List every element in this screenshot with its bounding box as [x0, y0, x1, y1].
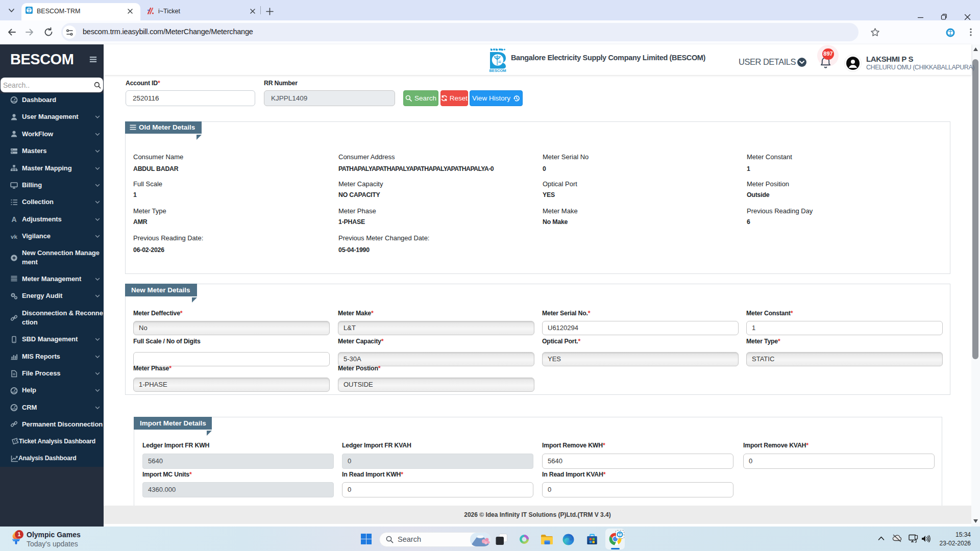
- svg-text:A: A: [11, 215, 16, 223]
- svg-text:vk: vk: [11, 234, 17, 240]
- svg-text:BESCOM: BESCOM: [489, 68, 506, 72]
